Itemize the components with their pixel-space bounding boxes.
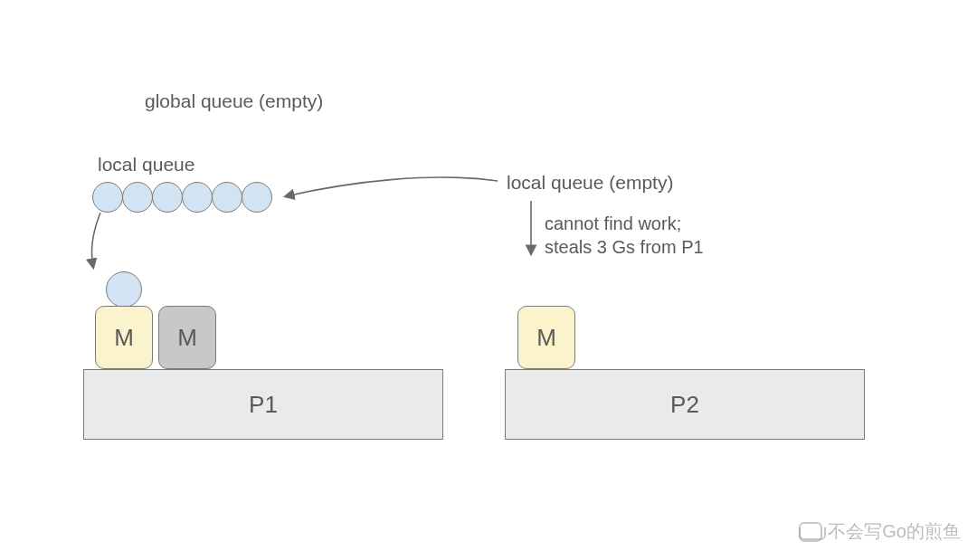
watermark-text: 不会写Go的煎鱼 <box>828 519 961 544</box>
wechat-icon <box>799 522 822 542</box>
p-label: P1 <box>249 391 278 419</box>
m-label: M <box>177 324 197 352</box>
m-label: M <box>114 324 134 352</box>
p-label: P2 <box>670 391 699 419</box>
m-right-box: M <box>517 306 575 369</box>
watermark: 不会写Go的煎鱼 <box>799 519 961 544</box>
m-idle-box: M <box>158 306 216 369</box>
local-queue-right-label: local queue (empty) <box>507 172 673 194</box>
p2-box: P2 <box>505 369 865 440</box>
goroutine-icon <box>92 182 123 213</box>
goroutine-icon <box>122 182 153 213</box>
m-active-box: M <box>95 306 153 369</box>
goroutine-icon <box>182 182 213 213</box>
steal-note-label: cannot find work; steals 3 Gs from P1 <box>545 212 704 259</box>
goroutine-icon <box>152 182 183 213</box>
arrow-down-right <box>522 201 540 264</box>
running-goroutine-icon <box>106 271 142 308</box>
global-queue-label: global queue (empty) <box>145 90 323 112</box>
goroutine-icon <box>212 182 242 213</box>
arrow-steal <box>280 176 507 213</box>
m-label: M <box>536 324 556 352</box>
goroutine-icon <box>242 182 272 213</box>
p1-box: P1 <box>83 369 443 440</box>
arrow-queue-to-g <box>86 213 122 276</box>
local-queue-left-label: local queue <box>98 154 194 176</box>
